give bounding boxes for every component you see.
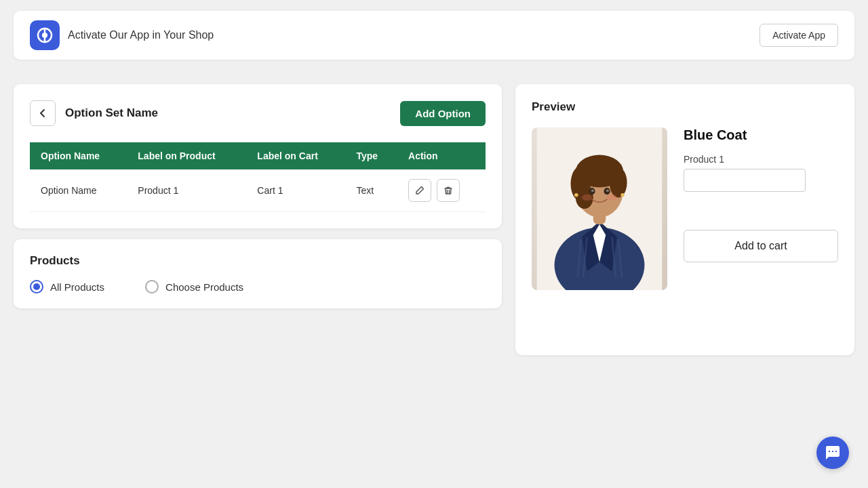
- option-set-header: Option Set Name Add Option: [30, 100, 486, 126]
- col-option-name: Option Name: [30, 142, 127, 169]
- svg-point-24: [607, 195, 617, 201]
- svg-point-26: [620, 193, 625, 197]
- preview-title: Preview: [532, 100, 838, 114]
- svg-point-25: [574, 193, 578, 197]
- delete-button[interactable]: [437, 179, 460, 202]
- top-bar-left: Activate Our App in Your Shop: [30, 20, 214, 50]
- row-label-product: Product 1: [127, 169, 246, 212]
- options-table: Option Name Label on Product Label on Ca…: [30, 142, 486, 212]
- add-option-button[interactable]: Add Option: [400, 101, 486, 126]
- activate-app-button[interactable]: Activate App: [760, 24, 838, 47]
- products-title: Products: [30, 254, 486, 268]
- radio-all-products-circle: [30, 280, 43, 293]
- svg-point-1: [42, 33, 47, 38]
- row-option-name: Option Name: [30, 169, 127, 212]
- chat-support-button[interactable]: [816, 436, 849, 469]
- radio-choose-products-circle: [145, 280, 159, 293]
- svg-point-22: [606, 189, 609, 192]
- row-label-cart: Cart 1: [246, 169, 345, 212]
- col-type: Type: [345, 142, 397, 169]
- option-set-name: Option Set Name: [65, 106, 158, 120]
- page: Activate Our App in Your Shop Activate A…: [0, 0, 868, 488]
- preview-panel: Preview: [515, 84, 854, 355]
- radio-group: All Products Choose Products: [30, 280, 486, 293]
- product-field-input[interactable]: [684, 169, 806, 192]
- back-button[interactable]: [30, 100, 56, 126]
- products-card: Products All Products Choose Products: [14, 239, 502, 308]
- table-header-row: Option Name Label on Product Label on Ca…: [30, 142, 486, 169]
- add-to-cart-button[interactable]: Add to cart: [684, 230, 838, 262]
- preview-content: Blue Coat Product 1 Add to cart: [532, 127, 838, 290]
- product-name: Blue Coat: [684, 127, 838, 143]
- product-image: [532, 127, 667, 290]
- col-action: Action: [397, 142, 486, 169]
- top-bar: Activate Our App in Your Shop Activate A…: [14, 11, 854, 60]
- app-logo: [30, 20, 60, 50]
- row-actions: [397, 169, 486, 212]
- topbar-title: Activate Our App in Your Shop: [68, 29, 214, 41]
- col-label-product: Label on Product: [127, 142, 246, 169]
- option-set-card: Option Set Name Add Option Option Name L…: [14, 84, 502, 228]
- radio-choose-products-label: Choose Products: [165, 281, 243, 293]
- svg-point-21: [591, 189, 594, 192]
- col-label-cart: Label on Cart: [246, 142, 345, 169]
- main-content: Option Set Name Add Option Option Name L…: [0, 70, 868, 369]
- product-info: Blue Coat Product 1 Add to cart: [684, 127, 838, 262]
- row-type: Text: [345, 169, 397, 212]
- svg-point-23: [582, 195, 592, 201]
- action-btns: [408, 179, 475, 202]
- table-row: Option Name Product 1 Cart 1 Text: [30, 169, 486, 212]
- left-panel: Option Set Name Add Option Option Name L…: [14, 84, 502, 308]
- option-set-left: Option Set Name: [30, 100, 158, 126]
- radio-choose-products[interactable]: Choose Products: [145, 280, 243, 293]
- radio-all-products-label: All Products: [50, 281, 104, 293]
- product-field-group: Product 1: [684, 154, 838, 192]
- product-field-label: Product 1: [684, 154, 838, 165]
- svg-point-17: [610, 167, 627, 197]
- radio-all-products[interactable]: All Products: [30, 280, 104, 293]
- edit-button[interactable]: [408, 179, 431, 202]
